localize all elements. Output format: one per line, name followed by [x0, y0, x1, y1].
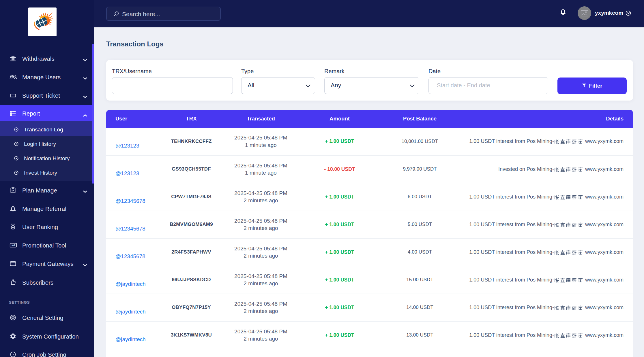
svg-text:Ad: Ad — [11, 244, 15, 247]
